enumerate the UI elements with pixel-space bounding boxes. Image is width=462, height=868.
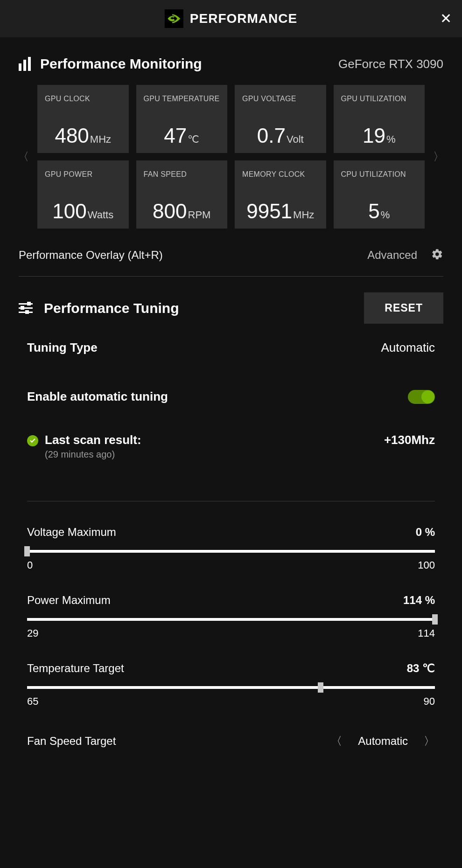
temp-slider-thumb[interactable] [318,682,323,693]
monitoring-header: Performance Monitoring GeForce RTX 3090 [19,37,443,72]
header-title-group: PERFORMANCE [165,9,297,28]
monitoring-title: Performance Monitoring [40,56,202,72]
temp-slider-block: Temperature Target 83 ℃ 65 90 [19,662,443,708]
chevron-right-icon: 〉 [424,735,435,747]
metric-tile[interactable]: GPU VOLTAGE0.7Volt [235,85,326,153]
metric-tile[interactable]: MEMORY CLOCK9951MHz [235,160,326,229]
temp-label: Temperature Target [27,662,124,675]
power-value: 114 % [403,594,435,607]
tuning-title: Performance Tuning [44,300,179,316]
tuning-header: Performance Tuning RESET [19,292,443,324]
temp-value: 83 ℃ [407,662,435,675]
metric-value: 5 [368,200,379,223]
temp-max: 90 [424,695,435,708]
auto-tuning-toggle[interactable] [408,390,435,404]
metric-value: 47 [164,124,187,147]
reset-button[interactable]: RESET [364,292,443,324]
section-divider [27,501,435,501]
tuning-type-value: Automatic [381,340,435,355]
voltage-value: 0 % [416,526,435,539]
metric-unit: MHz [90,133,111,146]
power-slider[interactable] [27,618,435,621]
fan-next-button[interactable]: 〉 [424,734,435,749]
metric-label: GPU POWER [45,170,121,179]
scan-result-label: Last scan result: [45,433,141,447]
temp-slider[interactable] [27,686,435,689]
voltage-max: 100 [418,559,435,571]
overlay-advanced-link[interactable]: Advanced [367,249,417,262]
power-min: 29 [27,627,38,639]
power-slider-thumb[interactable] [432,614,438,625]
metrics-next-button[interactable]: 〉 [433,149,444,164]
metric-unit: Volt [287,133,304,146]
app-header: PERFORMANCE ✕ [0,0,462,37]
metric-unit: ℃ [188,133,199,146]
header-title: PERFORMANCE [190,11,297,26]
metric-value: 19 [363,124,385,147]
metric-value: 800 [153,200,187,223]
fan-speed-row: Fan Speed Target 〈 Automatic 〉 [19,734,443,749]
fan-speed-value: Automatic [358,735,408,748]
scan-result-row: Last scan result: (29 minutes ago) +130M… [19,433,443,460]
fan-speed-label: Fan Speed Target [27,735,116,748]
fan-prev-button[interactable]: 〈 [331,734,342,749]
voltage-min: 0 [27,559,33,571]
close-button[interactable]: ✕ [440,12,452,26]
metric-tile[interactable]: CPU UTILIZATION5% [334,160,425,229]
voltage-slider[interactable] [27,550,435,553]
metric-value: 0.7 [257,124,286,147]
metric-unit: RPM [188,209,211,221]
chevron-left-icon: 〈 [18,150,29,163]
power-slider-block: Power Maximum 114 % 29 114 [19,594,443,639]
voltage-slider-thumb[interactable] [24,546,30,556]
gpu-name-label: GeForce RTX 3090 [338,57,443,71]
bars-icon [19,57,31,71]
voltage-slider-block: Voltage Maximum 0 % 0 100 [19,526,443,571]
chevron-left-icon: 〈 [331,735,342,747]
nvidia-logo-icon [165,9,183,28]
metric-value: 9951 [246,200,292,223]
auto-tuning-label: Enable automatic tuning [27,389,168,404]
power-max: 114 [418,627,435,639]
close-icon: ✕ [440,11,452,26]
metrics-carousel: 〈 GPU CLOCK480MHzGPU TEMPERATURE47℃GPU V… [19,85,443,229]
metric-tile[interactable]: GPU POWER100Watts [37,160,129,229]
fan-speed-stepper: 〈 Automatic 〉 [331,734,435,749]
metric-unit: % [381,209,390,221]
tuning-type-label: Tuning Type [27,340,98,355]
metric-label: CPU UTILIZATION [341,170,418,179]
overlay-label: Performance Overlay (Alt+R) [19,249,163,262]
metric-label: MEMORY CLOCK [242,170,319,179]
metric-tile[interactable]: GPU TEMPERATURE47℃ [136,85,228,153]
temp-min: 65 [27,695,38,708]
metric-unit: % [386,133,396,146]
overlay-settings-button[interactable] [431,248,443,262]
tuning-type-row[interactable]: Tuning Type Automatic [19,340,443,355]
metric-value: 100 [52,200,86,223]
chevron-right-icon: 〉 [433,150,444,163]
check-icon [27,435,38,446]
power-label: Power Maximum [27,594,111,607]
gear-icon [431,248,443,260]
metric-unit: Watts [88,209,113,221]
auto-tuning-row: Enable automatic tuning [19,389,443,404]
overlay-row: Performance Overlay (Alt+R) Advanced [19,248,443,277]
metric-unit: MHz [293,209,314,221]
metric-value: 480 [55,124,89,147]
metric-label: FAN SPEED [144,170,220,179]
metric-tile[interactable]: GPU CLOCK480MHz [37,85,129,153]
metric-label: GPU UTILIZATION [341,94,418,104]
metric-label: GPU TEMPERATURE [144,94,220,104]
metrics-prev-button[interactable]: 〈 [18,149,29,164]
scan-result-time: (29 minutes ago) [45,449,141,460]
sliders-icon [19,302,33,314]
metric-tile[interactable]: GPU UTILIZATION19% [334,85,425,153]
voltage-label: Voltage Maximum [27,526,116,539]
metric-label: GPU VOLTAGE [242,94,319,104]
metric-tile[interactable]: FAN SPEED800RPM [136,160,228,229]
metric-label: GPU CLOCK [45,94,121,104]
scan-result-value: +130Mhz [384,433,435,447]
